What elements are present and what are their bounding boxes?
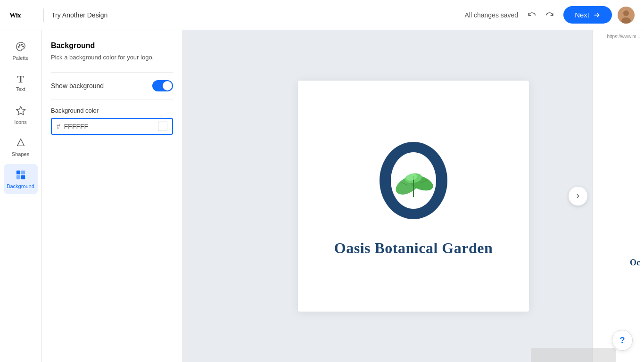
panel-title: Background: [51, 41, 173, 50]
show-background-label: Show background: [51, 82, 104, 90]
toggle-thumb: [163, 81, 172, 90]
sidebar-item-palette[interactable]: Palette: [4, 36, 38, 66]
bottom-partial-bar: [531, 348, 616, 362]
color-swatch[interactable]: [158, 122, 167, 131]
color-label: Background color: [51, 107, 173, 114]
redo-button[interactable]: [542, 7, 558, 23]
sidebar-item-icons[interactable]: Icons: [4, 100, 38, 130]
help-icon: ?: [620, 336, 625, 346]
avatar[interactable]: [618, 7, 635, 24]
header: Wix Try Another Design All changes saved…: [0, 0, 644, 30]
next-label: Next: [575, 11, 589, 19]
undo-button[interactable]: [524, 7, 540, 23]
svg-text:Wix: Wix: [9, 11, 21, 19]
icons-icon: [16, 106, 26, 117]
svg-point-4: [18, 46, 19, 47]
right-partial-card: https://www.m... Oc: [592, 30, 644, 362]
icons-label: Icons: [14, 119, 26, 125]
svg-marker-8: [16, 106, 25, 114]
show-background-row: Show background: [51, 80, 173, 91]
color-value-input[interactable]: [64, 123, 154, 130]
undo-redo-group: [524, 7, 558, 23]
wix-logo: Wix: [9, 10, 28, 20]
panel: Background Pick a background color for y…: [41, 30, 183, 362]
svg-rect-11: [16, 175, 20, 179]
sidebar-icons: Palette T Text Icons Shapes: [0, 30, 41, 362]
header-divider: [43, 8, 44, 22]
color-input-row[interactable]: #: [51, 118, 173, 135]
shapes-label: Shapes: [12, 151, 29, 157]
svg-point-5: [19, 44, 20, 45]
palette-icon: [16, 41, 26, 53]
text-icon: T: [17, 74, 24, 84]
main-layout: Palette T Text Icons Shapes: [0, 30, 644, 362]
sidebar-item-shapes[interactable]: Shapes: [4, 132, 38, 162]
logo-name: Oasis Botanical Garden: [334, 239, 493, 257]
svg-point-6: [21, 44, 22, 45]
show-background-toggle[interactable]: [152, 80, 173, 91]
sidebar-item-background[interactable]: Background: [4, 164, 38, 194]
background-label: Background: [7, 183, 34, 189]
canvas-area: Oasis Botanical Garden https://www.m... …: [183, 30, 644, 362]
color-hash: #: [57, 123, 60, 130]
right-partial-text: Oc: [630, 258, 640, 268]
save-status: All changes saved: [465, 11, 519, 19]
svg-rect-10: [21, 170, 25, 174]
oasis-logo-svg: [366, 136, 461, 230]
logo-card: Oasis Botanical Garden: [298, 81, 529, 312]
svg-rect-9: [16, 170, 20, 174]
next-button[interactable]: Next: [563, 6, 612, 24]
right-partial-url: https://www.m...: [593, 30, 644, 43]
background-icon: [16, 170, 26, 181]
carousel-next-button[interactable]: [569, 187, 587, 206]
text-label: Text: [16, 86, 25, 92]
svg-rect-12: [21, 175, 25, 179]
panel-subtitle: Pick a background color for your logo.: [51, 54, 173, 61]
panel-divider-2: [51, 99, 173, 99]
header-right: All changes saved Next: [465, 6, 635, 24]
header-title: Try Another Design: [51, 11, 107, 19]
help-button[interactable]: ?: [612, 330, 633, 351]
shapes-icon: [16, 138, 26, 149]
svg-point-2: [623, 10, 629, 16]
palette-label: Palette: [12, 55, 28, 61]
sidebar-item-text[interactable]: T Text: [4, 68, 38, 98]
panel-divider: [51, 72, 173, 73]
svg-point-7: [22, 46, 23, 47]
logo-svg-area: Oasis Botanical Garden: [334, 136, 493, 257]
